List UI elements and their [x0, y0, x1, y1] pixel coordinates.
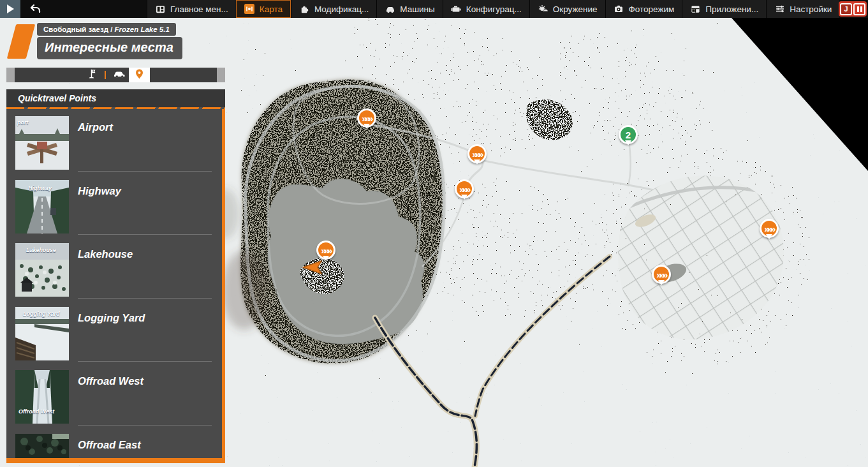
thumbnail-logging-yard: Logging Yard [15, 307, 69, 360]
menu-tab-vehicles[interactable]: Машины [376, 0, 442, 18]
pause-button[interactable] [853, 3, 865, 15]
game-screen: »»»»»»»»»»»»»»»»»»2 Главное мен... [0, 0, 868, 467]
poi-sidebar: Свободный заезд / Frozen Lake 5.1 Интере… [6, 18, 225, 463]
list-item-label: Offroad East [78, 439, 141, 458]
car-icon [114, 70, 126, 81]
undo-button[interactable] [26, 0, 45, 18]
menu-label: Настройки [790, 4, 832, 14]
config-icon [451, 4, 462, 15]
undo-icon [30, 4, 41, 14]
section-title: Quicktravel Points [18, 93, 96, 103]
thumb-label: Logging Yard [23, 311, 60, 317]
thumb-label: Highway [28, 185, 52, 191]
quicktravel-marker[interactable]: »»» [357, 108, 376, 128]
list-item-logging-yard[interactable]: Logging Yard Logging Yard [6, 307, 222, 371]
list-item-offroad-east[interactable]: Offroad East [6, 434, 222, 458]
tab-quicktravel[interactable] [129, 68, 150, 82]
sidebar-bottom-bar [6, 458, 225, 463]
breadcrumb: Свободный заезд / Frozen Lake 5.1 [37, 23, 176, 36]
map-pin-icon [135, 69, 143, 82]
thumbnail-offroad-west: Offroad West [15, 370, 69, 424]
menu-tab-photomode[interactable]: Фоторежим [605, 0, 682, 18]
menu-label: Фоторежим [629, 4, 675, 14]
list-item-label: Offroad West [78, 375, 143, 434]
menu-label: Карта [260, 4, 283, 14]
menu-label: Конфигурац... [466, 4, 522, 14]
play-icon [6, 4, 14, 13]
tab-missions[interactable] [82, 68, 101, 82]
map-icon [244, 4, 255, 15]
settings-icon [774, 4, 785, 15]
thumbnail-offroad-east [15, 434, 69, 458]
thumb-label: port [17, 119, 29, 126]
app-logo [7, 24, 35, 59]
quicktravel-marker[interactable]: »»» [760, 219, 779, 238]
breadcrumb-separator: / [110, 26, 112, 33]
menu-label: Модификац... [314, 4, 369, 14]
apps-icon [690, 4, 701, 15]
tabbar-separator [105, 71, 106, 79]
play-button[interactable] [0, 0, 20, 18]
quicktravel-marker[interactable]: »»» [652, 265, 671, 284]
menu-label: Окружение [553, 4, 598, 14]
list-item-highway[interactable]: Highway Highway [6, 180, 222, 244]
grouped-poi-marker[interactable]: 2 [619, 125, 638, 144]
thumbnail-airport: port [15, 116, 69, 170]
menu-label: Машины [400, 4, 434, 14]
breadcrumb-mode: Свободный заезд [43, 26, 108, 33]
flag-icon [87, 69, 96, 82]
menu-tab-main-menu[interactable]: Главное мен... [147, 0, 236, 18]
window-controls: J [839, 1, 867, 17]
thumb-label: Lakehouse [26, 247, 56, 253]
player-position-marker [302, 260, 323, 278]
quicktravel-marker[interactable]: »»» [455, 179, 474, 198]
list-item-label: Highway [78, 185, 121, 244]
menu-tab-settings[interactable]: Настройки [766, 0, 839, 18]
list-item-lakehouse[interactable]: Lakehouse Lakehouse [6, 243, 222, 307]
tabbar-scroll-cap-right [217, 68, 225, 82]
menu-label: Главное мен... [170, 4, 228, 14]
section-header: Quicktravel Points [6, 89, 225, 107]
sidebar-header: Свободный заезд / Frozen Lake 5.1 Интере… [6, 24, 182, 59]
list-item-airport[interactable]: port Airport [6, 116, 222, 180]
main-menu-tabs: Главное мен... Карта Модификац... Машины [147, 0, 839, 18]
tab-vehicles-poi[interactable] [110, 68, 129, 82]
breadcrumb-map-name: Frozen Lake 5.1 [115, 26, 170, 33]
quicktravel-marker[interactable]: »»» [467, 144, 487, 163]
top-menu-bar: Главное мен... Карта Модификац... Машины [0, 0, 868, 18]
menu-tab-apps[interactable]: Приложени... [682, 0, 766, 18]
environment-icon [538, 4, 548, 15]
photomode-icon [614, 4, 624, 15]
menu-label: Приложени... [705, 4, 758, 14]
menu-tab-environment[interactable]: Окружение [529, 0, 605, 18]
menu-tab-config[interactable]: Конфигурац... [443, 0, 529, 18]
list-item-label: Lakehouse [78, 248, 133, 307]
quicktravel-list: port Airport Highway [6, 109, 225, 458]
thumb-label: Offroad West [18, 408, 54, 415]
player-arrow-icon [302, 260, 323, 275]
thumbnail-lakehouse: Lakehouse [15, 243, 69, 297]
list-item-label: Logging Yard [78, 312, 145, 371]
mods-icon [299, 4, 310, 15]
list-item-offroad-west[interactable]: Offroad West Offroad West [6, 370, 222, 434]
j-key-button[interactable]: J [840, 3, 852, 15]
menu-tab-map[interactable]: Карта [236, 0, 291, 18]
thumbnail-highway: Highway [15, 180, 69, 234]
main-menu-icon [155, 4, 166, 15]
quicktravel-marker[interactable]: »»» [316, 241, 335, 260]
page-title: Интересные места [37, 37, 182, 59]
menu-tab-mods[interactable]: Модификац... [291, 0, 376, 18]
tabbar-scroll-cap-left [6, 68, 15, 82]
list-item-label: Airport [78, 121, 113, 180]
vehicles-icon [385, 4, 395, 15]
poi-category-tabbar [6, 68, 225, 82]
